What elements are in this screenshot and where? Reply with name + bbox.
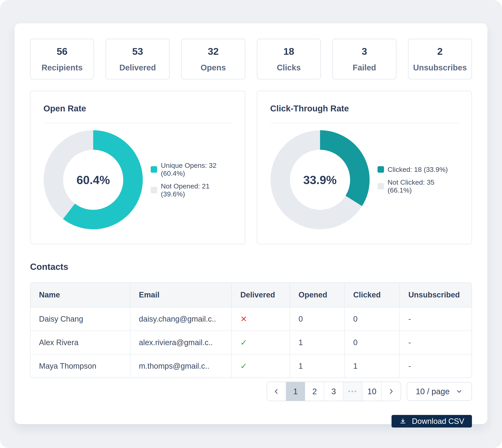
delivered-cell: ✓: [232, 354, 290, 378]
column-header: Unsubscribed: [400, 283, 471, 307]
table-header-row: NameEmailDeliveredOpenedClickedUnsubscri…: [31, 283, 471, 307]
legend-swatch: [151, 166, 157, 173]
legend-item: Not Opened: 21 (39.6%): [151, 182, 232, 198]
divider: [270, 123, 459, 123]
download-icon: [399, 417, 407, 425]
contact-name-cell: Maya Thompson: [31, 354, 130, 378]
stat-label: Failed: [352, 63, 376, 72]
contact-name-cell: Alex Rivera: [31, 331, 130, 354]
download-row: Download CSV: [30, 415, 472, 428]
cross-icon: ✕: [240, 314, 247, 324]
contact-email-cell: alex.riviera@gmail.c..: [130, 331, 232, 354]
legend-item: Unique Opens: 32 (60.4%): [151, 161, 232, 177]
unsubscribed-cell: -: [400, 354, 471, 378]
chart-legend: Unique Opens: 32 (60.4%)Not Opened: 21 (…: [151, 161, 232, 198]
stat-value: 56: [57, 46, 67, 57]
pagination-group: 123•••10: [267, 382, 401, 401]
contact-email-cell: m.thomps@gmail.c..: [130, 354, 232, 378]
contacts-table: NameEmailDeliveredOpenedClickedUnsubscri…: [30, 282, 472, 378]
page-size-dropdown[interactable]: 10 / page: [407, 382, 472, 401]
stat-value: 3: [362, 46, 367, 57]
stat-label: Unsubscribes: [413, 63, 467, 72]
legend-item: Clicked: 18 (33.9%): [378, 166, 459, 174]
pagination-next-button[interactable]: [382, 382, 401, 401]
stat-value: 18: [283, 46, 294, 57]
unsubscribed-cell: -: [400, 307, 471, 331]
chart-legend: Clicked: 18 (33.9%)Not Clicked: 35 (66.1…: [378, 166, 459, 194]
page-size-label: 10 / page: [416, 387, 450, 396]
stat-card: 53Delivered: [106, 39, 169, 79]
legend-label: Not Opened: 21 (39.6%): [161, 182, 232, 198]
stat-label: Opens: [201, 63, 226, 72]
contacts-heading: Contacts: [30, 262, 472, 272]
unsubscribed-cell: -: [400, 331, 471, 354]
legend-label: Unique Opens: 32 (60.4%): [161, 161, 232, 177]
divider: [43, 123, 232, 123]
chart-body: 60.4%Unique Opens: 32 (60.4%)Not Opened:…: [43, 130, 232, 229]
donut-chart: 33.9%: [270, 130, 370, 229]
stat-value: 2: [437, 46, 443, 57]
stat-label: Delivered: [119, 63, 156, 72]
table-row: Maya Thompsonm.thomps@gmail.c..✓11-: [31, 354, 471, 378]
stat-label: Clicks: [277, 63, 301, 72]
chart-title: Click-Through Rate: [270, 104, 459, 113]
opened-cell: 1: [290, 331, 344, 354]
contact-name-cell: Daisy Chang: [31, 307, 130, 331]
column-header: Name: [31, 283, 130, 307]
charts-row: Open Rate60.4%Unique Opens: 32 (60.4%)No…: [30, 91, 472, 244]
stat-value: 32: [208, 46, 218, 57]
column-header: Clicked: [344, 283, 400, 307]
stat-label: Recipients: [41, 63, 83, 72]
column-header: Opened: [290, 283, 344, 307]
donut-center-label: 60.4%: [43, 130, 143, 229]
legend-swatch: [378, 166, 384, 173]
column-header: Delivered: [232, 283, 290, 307]
pagination-page-3[interactable]: 3: [324, 382, 343, 401]
chevron-down-icon: [455, 387, 463, 395]
stat-card: 18Clicks: [257, 39, 321, 79]
delivered-cell: ✓: [232, 331, 290, 354]
chart-card: Open Rate60.4%Unique Opens: 32 (60.4%)No…: [30, 91, 245, 244]
stat-card: 2Unsubscribes: [408, 39, 472, 79]
pagination-page-10[interactable]: 10: [363, 382, 382, 401]
pagination-prev-button[interactable]: [267, 382, 286, 401]
legend-label: Not Clicked: 35 (66.1%): [388, 178, 459, 194]
page-background: 56Recipients53Delivered32Opens18Clicks3F…: [0, 0, 502, 448]
table-row: Daisy Changdaisy.chang@gmail.c..✕00-: [31, 307, 471, 331]
chart-body: 33.9%Clicked: 18 (33.9%)Not Clicked: 35 …: [270, 130, 459, 229]
clicked-cell: 0: [344, 331, 400, 354]
contact-email-cell: daisy.chang@gmail.c..: [130, 307, 232, 331]
legend-swatch: [378, 183, 384, 190]
stat-card: 3Failed: [333, 39, 396, 79]
chart-card: Click-Through Rate33.9%Clicked: 18 (33.9…: [257, 91, 472, 244]
check-icon: ✓: [240, 361, 247, 371]
clicked-cell: 0: [344, 307, 400, 331]
opened-cell: 1: [290, 354, 344, 378]
download-csv-label: Download CSV: [412, 417, 464, 426]
stat-card: 32Opens: [181, 39, 245, 79]
pagination: 123•••10 10 / page: [30, 382, 472, 401]
stats-row: 56Recipients53Delivered32Opens18Clicks3F…: [30, 39, 472, 79]
chart-title: Open Rate: [43, 104, 232, 113]
chevron-left-icon: [272, 387, 280, 395]
download-csv-button[interactable]: Download CSV: [392, 415, 472, 428]
donut-center-label: 33.9%: [270, 130, 370, 229]
pagination-page-1[interactable]: 1: [286, 382, 305, 401]
opened-cell: 0: [290, 307, 344, 331]
check-icon: ✓: [240, 338, 247, 347]
legend-label: Clicked: 18 (33.9%): [388, 166, 448, 174]
table-row: Alex Riveraalex.riviera@gmail.c..✓10-: [31, 331, 471, 354]
stat-card: 56Recipients: [30, 39, 94, 79]
stat-value: 53: [132, 46, 143, 57]
chevron-right-icon: [387, 387, 395, 395]
pagination-page-2[interactable]: 2: [305, 382, 324, 401]
donut-chart: 60.4%: [43, 130, 143, 229]
clicked-cell: 1: [344, 354, 400, 378]
column-header: Email: [130, 283, 232, 307]
legend-item: Not Clicked: 35 (66.1%): [378, 178, 459, 194]
main-panel: 56Recipients53Delivered32Opens18Clicks3F…: [15, 23, 487, 424]
pagination-ellipsis[interactable]: •••: [343, 382, 363, 401]
legend-swatch: [151, 187, 157, 193]
delivered-cell: ✕: [232, 307, 290, 331]
